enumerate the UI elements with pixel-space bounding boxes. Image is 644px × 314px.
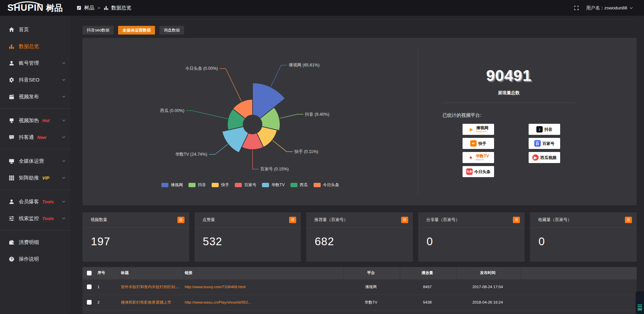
sidebar-item-label: 账号管理 bbox=[19, 60, 39, 66]
platforms-title: 已统计的视频平台: bbox=[442, 112, 637, 118]
fullscreen-icon[interactable] bbox=[574, 5, 579, 10]
table-row-clipped bbox=[83, 310, 637, 314]
legend-item[interactable]: 今日头条 bbox=[314, 182, 339, 188]
videos-table-section: 序号标题链接平台播放量发布时间 1 室外水纹灯和室内水纹灯的区别和简介 http… bbox=[83, 267, 637, 314]
stat-card-total-badge[interactable]: 总 bbox=[289, 217, 296, 223]
sidebar-item[interactable]: 首页 bbox=[0, 21, 70, 38]
platform-badge: ♪ 抖音 bbox=[529, 124, 560, 135]
floating-widget[interactable] bbox=[636, 291, 644, 314]
legend-item[interactable]: 快手 bbox=[212, 182, 229, 188]
platform-badge: ★ 华数TV wasu.cn bbox=[463, 152, 494, 163]
username-label: 用户名：zswodun88 bbox=[586, 5, 627, 11]
select-all-checkbox[interactable] bbox=[87, 271, 92, 275]
tab-active[interactable]: 全媒体运营数据 bbox=[118, 26, 155, 35]
sidebar-item[interactable]: 视频发布 bbox=[0, 88, 70, 105]
bar-chart-icon bbox=[9, 44, 14, 49]
stat-card-value: 0 bbox=[538, 235, 637, 248]
total-impressions-label: 展现量总数 bbox=[442, 90, 576, 96]
breadcrumb-current: 数据总览 bbox=[111, 5, 131, 11]
platform-badges: ▶ 播视网 boosj.com ♪ 抖音 86 快手 百 百家号 ★ 华数TV … bbox=[463, 124, 637, 177]
cell-time: 2017-08-24 17:04 bbox=[456, 279, 521, 295]
stat-card-total-badge[interactable]: 总 bbox=[177, 217, 184, 223]
pie-slice[interactable] bbox=[222, 126, 249, 153]
cell-time: 2018-04-26 16:24 bbox=[456, 295, 521, 310]
sidebar-item[interactable]: 账号管理 bbox=[0, 55, 70, 71]
xigua-logo-icon: ▶ bbox=[532, 154, 539, 161]
chevron-down-icon bbox=[629, 6, 633, 10]
sidebar-item-badge: Tools bbox=[42, 216, 54, 221]
grid-icon bbox=[9, 175, 14, 181]
sidebar-item[interactable]: 会员爆客 Tools bbox=[0, 193, 70, 210]
sidebar-item-label: 抖客通 bbox=[19, 134, 34, 141]
chevron-down-icon bbox=[62, 176, 66, 180]
top-header: SHUPIN 树品 树品 > 数据总览 用户名：zswodun88 bbox=[0, 0, 644, 16]
stat-card: 分享量（百家号） 总 0 bbox=[418, 212, 525, 262]
toutiao-logo-icon: 头条 bbox=[466, 168, 473, 175]
cell-plays: 8497 bbox=[400, 279, 456, 295]
tab-inactive[interactable]: 询盘数据 bbox=[159, 26, 184, 35]
legend-swatch bbox=[290, 183, 298, 187]
column-header: 平台 bbox=[343, 267, 400, 279]
platform-badge: 86 快手 bbox=[463, 138, 494, 149]
platform-badge-label: 快手 bbox=[478, 142, 486, 146]
legend-item[interactable]: 抖音 bbox=[189, 182, 206, 188]
legend-label: 播视网 bbox=[171, 182, 183, 188]
stat-card-value: 682 bbox=[315, 235, 413, 248]
pie-label-line bbox=[272, 140, 292, 152]
column-header: 链接 bbox=[184, 267, 343, 279]
stat-card-total-badge[interactable]: 总 bbox=[401, 217, 408, 223]
chevron-down-icon bbox=[62, 118, 66, 122]
platform-badge: 百 百家号 bbox=[529, 138, 560, 149]
table-row: 1 室外水纹灯和室内水纹灯的区别和简介 http://www.boosj.com… bbox=[83, 279, 637, 295]
sliders-icon bbox=[9, 216, 14, 221]
sidebar-item-badge: Tools bbox=[42, 199, 54, 204]
video-url-link[interactable]: http://www.boosj.com/7338468.html bbox=[185, 285, 246, 289]
sidebar-item[interactable]: 线索监控 Tools bbox=[0, 210, 70, 227]
home-icon bbox=[9, 27, 14, 33]
legend-item[interactable]: 百家号 bbox=[235, 182, 256, 188]
stat-card-total-badge[interactable]: 总 bbox=[625, 217, 632, 223]
chevron-down-icon bbox=[62, 159, 66, 163]
breadcrumb-root[interactable]: 树品 bbox=[84, 5, 94, 11]
sidebar-item[interactable]: 抖音SEO bbox=[0, 71, 70, 88]
video-url-link[interactable]: http://www.wasu.cn/Play/show/id/952... bbox=[185, 300, 251, 304]
sidebar-item-label: 消费明细 bbox=[19, 239, 39, 246]
legend-item[interactable]: 播视网 bbox=[161, 182, 183, 188]
total-impressions-value: 90491 bbox=[442, 66, 576, 85]
stat-card-total-badge[interactable]: 总 bbox=[513, 217, 520, 223]
gear-icon bbox=[9, 77, 14, 83]
sidebar-item[interactable]: 抖客通 New bbox=[0, 129, 70, 146]
sidebar-item[interactable]: 全媒体运营 bbox=[0, 153, 70, 169]
stat-card-label: 分享量（百家号） bbox=[426, 217, 460, 223]
sidebar-item[interactable]: ? 操作说明 bbox=[0, 251, 70, 267]
sidebar-item[interactable]: 视频加热 Hot bbox=[0, 112, 70, 129]
member-icon bbox=[9, 199, 14, 205]
video-title-link[interactable]: 楼体投影灯投影效果震撼上市 bbox=[121, 300, 171, 304]
column-header: 序号 bbox=[97, 267, 120, 279]
video-title-link[interactable]: 室外水纹灯和室内水纹灯的区别和简介 bbox=[121, 285, 184, 289]
sidebar-divider bbox=[0, 230, 70, 230]
legend-swatch bbox=[235, 183, 242, 187]
tab-inactive[interactable]: 抖音seo数据 bbox=[83, 26, 114, 35]
baijiahao-logo-icon: 百 bbox=[534, 140, 541, 147]
sidebar-item[interactable]: 矩阵助推 VIP bbox=[0, 169, 70, 186]
stat-card-value: 532 bbox=[203, 235, 301, 248]
sidebar-item-label: 会员爆客 bbox=[19, 199, 39, 205]
row-checkbox[interactable] bbox=[87, 284, 92, 289]
tab-bar: 抖音seo数据全媒体运营数据询盘数据 bbox=[83, 26, 637, 35]
username-menu[interactable]: 用户名：zswodun88 bbox=[586, 5, 633, 11]
platform-badge: ▶ 播视网 boosj.com bbox=[463, 124, 494, 135]
logo-text-cn: 树品 bbox=[46, 2, 63, 13]
platform-badge-label: 华数TV bbox=[476, 154, 489, 158]
legend-item[interactable]: 西瓜 bbox=[290, 182, 308, 188]
row-checkbox[interactable] bbox=[87, 300, 92, 305]
legend-item[interactable]: 华数TV bbox=[262, 182, 284, 188]
pie-label: 百家号 (0.15%) bbox=[260, 167, 289, 171]
legend-label: 快手 bbox=[221, 182, 229, 188]
rose-chart-svg: 播视网 (65.61%)抖音 (9.40%)快手 (0.11%)百家号 (0.1… bbox=[83, 38, 418, 205]
breadcrumb: 树品 > 数据总览 bbox=[76, 5, 131, 11]
sidebar-item[interactable]: 数据总览 bbox=[0, 38, 70, 55]
sidebar-item-label: 线索监控 bbox=[19, 215, 39, 222]
sidebar-item[interactable]: 消费明细 bbox=[0, 234, 70, 251]
legend-label: 华数TV bbox=[271, 182, 284, 188]
